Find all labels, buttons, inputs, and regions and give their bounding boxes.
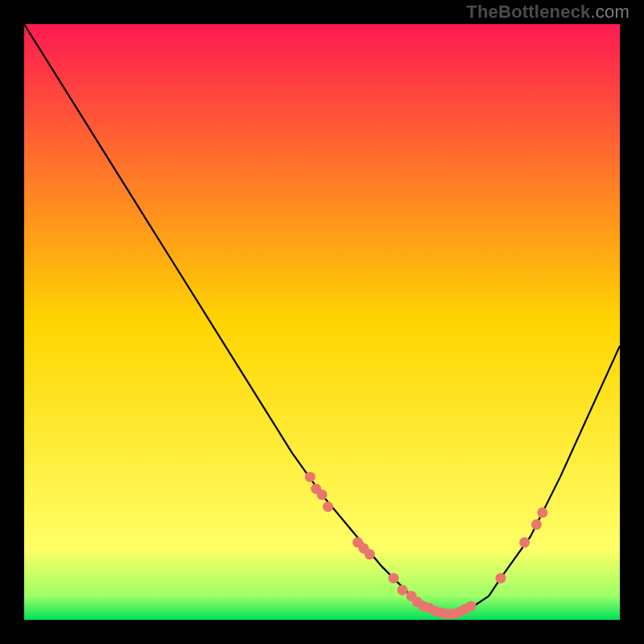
highlighted-point bbox=[496, 573, 506, 584]
highlighted-point bbox=[466, 601, 477, 612]
chart-container: TheBottleneck.com bbox=[0, 0, 644, 644]
highlighted-point bbox=[537, 507, 547, 518]
highlighted-point bbox=[305, 472, 316, 482]
highlighted-point bbox=[519, 537, 530, 547]
attribution-label: TheBottleneck.com bbox=[466, 2, 630, 23]
highlighted-point bbox=[388, 573, 398, 584]
highlighted-point bbox=[323, 502, 333, 512]
highlighted-point bbox=[397, 585, 407, 596]
plot-area bbox=[24, 24, 620, 620]
highlighted-point bbox=[531, 519, 542, 530]
plot-svg bbox=[24, 24, 620, 620]
attribution-site-name: TheBottleneck bbox=[466, 2, 590, 22]
highlighted-point bbox=[365, 549, 375, 559]
attribution-tld: .com bbox=[591, 2, 630, 22]
gradient-backdrop bbox=[24, 24, 620, 620]
highlighted-point bbox=[317, 489, 328, 500]
